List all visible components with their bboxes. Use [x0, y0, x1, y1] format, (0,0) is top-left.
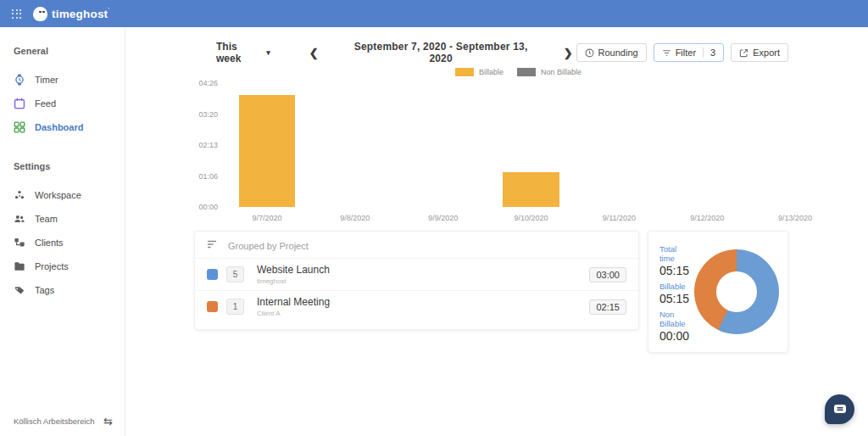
folder-icon	[14, 260, 25, 272]
project-client: Client A	[257, 310, 330, 317]
date-range-label: September 7, 2020 - September 13, 2020	[346, 41, 537, 64]
logo-trademark: ’	[108, 7, 109, 13]
project-client: timeghost	[257, 277, 330, 285]
sidebar-item-feed[interactable]: Feed	[0, 92, 125, 115]
ghost-icon	[33, 7, 47, 21]
grouped-card-header: Grouped by Project	[195, 232, 638, 258]
day-slot	[575, 83, 663, 207]
project-name: Website Launch	[257, 264, 330, 276]
project-name: Internal Meeting	[257, 296, 330, 308]
sidebar-item-label: Workspace	[35, 190, 81, 200]
bar-billable[interactable]	[239, 95, 295, 207]
rounding-label: Rounding	[598, 48, 638, 58]
duration-badge: 02:15	[589, 299, 626, 315]
dashboard-grid-icon	[14, 121, 25, 133]
billable-value: 05:15	[659, 292, 689, 305]
sidebar-item-clients[interactable]: Clients	[0, 231, 125, 254]
project-row-internal-meeting[interactable]: 1 Internal Meeting Client A 02:15	[195, 290, 638, 322]
sidebar-item-team[interactable]: Team	[0, 207, 125, 231]
project-color-swatch	[207, 301, 218, 312]
legend-item-nonbillable[interactable]: Non Billable	[517, 68, 581, 76]
prev-week-button[interactable]: ❮︎	[306, 47, 322, 59]
nonbillable-swatch	[517, 68, 536, 76]
export-button[interactable]: Export	[731, 43, 788, 62]
legend-item-billable[interactable]: Billable	[455, 68, 504, 76]
x-tick-label: 9/13/2020	[751, 214, 839, 222]
entry-count-badge: 5	[226, 266, 244, 282]
sidebar-item-dashboard[interactable]: Dashboard	[0, 115, 125, 139]
swap-arrows-icon[interactable]: ⇆	[103, 417, 113, 426]
toolbar-buttons: Rounding Filter 3 Export	[576, 43, 788, 62]
sidebar-item-label: Tags	[35, 285, 54, 295]
total-time-value: 05:15	[659, 264, 689, 277]
nonbillable-value: 00:00	[659, 329, 689, 343]
x-tick-label: 9/11/2020	[575, 214, 663, 222]
toolbar: This week ▾ ❮︎ September 7, 2020 - Septe…	[126, 27, 868, 64]
sidebar-item-tags[interactable]: Tags	[0, 278, 125, 302]
workspace-dots-icon	[14, 189, 25, 201]
day-slot	[663, 83, 751, 207]
legend-label: Non Billable	[541, 68, 581, 76]
grouped-card-title: Grouped by Project	[228, 241, 309, 251]
day-slot	[487, 83, 576, 207]
workspace-footer: Köllisch Arbeitsbereich ⇆	[0, 408, 125, 436]
day-slot	[311, 83, 399, 207]
project-color-swatch	[207, 269, 218, 280]
chat-launcher-button[interactable]	[825, 394, 854, 424]
y-tick-label: 03:20	[198, 110, 218, 119]
x-axis: 9/7/20209/8/20209/9/20209/10/20209/11/20…	[223, 214, 839, 222]
filter-button[interactable]: Filter 3	[654, 43, 725, 62]
app-launcher-icon[interactable]	[12, 9, 21, 19]
x-tick-label: 9/9/2020	[399, 214, 487, 222]
sidebar-item-label: Feed	[35, 98, 56, 109]
sidebar-item-label: Team	[35, 214, 58, 224]
plot-area	[223, 83, 839, 207]
bar-billable[interactable]	[503, 172, 559, 207]
export-icon	[739, 48, 748, 58]
donut-chart[interactable]	[694, 249, 779, 334]
watch-icon	[14, 74, 25, 86]
chart-legend: Billable Non Billable	[198, 68, 839, 76]
sort-icon[interactable]	[207, 240, 218, 251]
entry-count-badge: 1	[226, 299, 244, 315]
billable-swatch	[455, 68, 474, 76]
cards-row: Grouped by Project 5 Website Launch time…	[194, 231, 788, 353]
y-tick-label: 01:06	[198, 172, 218, 181]
date-preset-label: This week	[216, 41, 262, 64]
sidebar-item-label: Projects	[35, 261, 69, 271]
app-header: timeghost’	[0, 0, 868, 27]
date-preset-dropdown[interactable]: This week ▾	[216, 41, 270, 64]
workspace-name: Köllisch Arbeitsbereich	[14, 416, 95, 426]
sidebar: General Timer Feed Dashboard Settings Wo…	[0, 27, 125, 436]
day-slot	[223, 83, 311, 207]
filter-label: Filter	[676, 48, 696, 58]
y-tick-label: 02:13	[198, 141, 218, 149]
export-label: Export	[753, 48, 780, 58]
next-week-button[interactable]: ❯︎	[560, 47, 576, 59]
bar-chart: Billable Non Billable 00:0001:0602:1303:…	[198, 68, 839, 222]
sidebar-item-timer[interactable]: Timer	[0, 68, 125, 92]
rounding-button[interactable]: Rounding	[576, 43, 647, 62]
clients-icon	[14, 237, 25, 249]
sidebar-item-workspace[interactable]: Workspace	[0, 183, 125, 207]
y-axis: 00:0001:0602:1303:2004:26	[198, 83, 223, 207]
calendar-icon	[14, 98, 25, 109]
team-icon	[14, 213, 25, 225]
timeghost-logo: timeghost’	[33, 6, 109, 21]
day-slot	[399, 83, 487, 207]
y-tick-label: 00:00	[198, 203, 218, 211]
grouped-by-project-card: Grouped by Project 5 Website Launch time…	[194, 231, 639, 330]
sidebar-item-label: Timer	[35, 75, 58, 85]
nonbillable-label: Non Billable	[659, 310, 689, 328]
sidebar-item-label: Clients	[35, 238, 64, 248]
sidebar-item-projects[interactable]: Projects	[0, 254, 125, 278]
legend-label: Billable	[479, 68, 504, 76]
x-tick-label: 9/10/2020	[487, 214, 576, 222]
sidebar-section-general: General	[0, 39, 125, 68]
clock-icon	[585, 48, 594, 58]
summary-card: Total time 05:15 Billable 05:15 Non Bill…	[648, 231, 788, 353]
project-row-website-launch[interactable]: 5 Website Launch timeghost 03:00	[195, 258, 638, 290]
filter-count-badge: 3	[703, 48, 715, 58]
chat-bubble-icon	[833, 402, 847, 417]
total-time-label: Total time	[659, 244, 689, 263]
